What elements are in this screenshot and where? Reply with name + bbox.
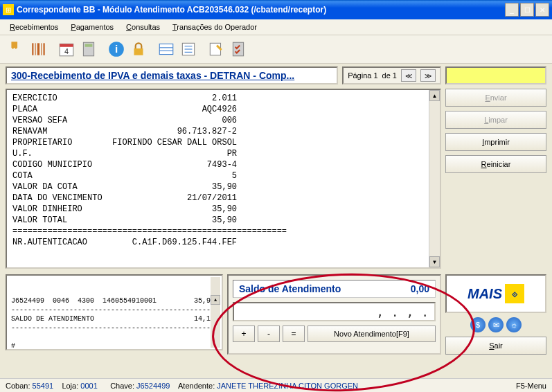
section-title: 300-Recebimento de IPVA e demais taxas -…	[6, 66, 338, 84]
menu-recebimentos[interactable]: Recebimentos	[4, 21, 64, 33]
reiniciar-button[interactable]: Reiniciar	[445, 155, 546, 173]
plus-button[interactable]: +	[233, 326, 255, 342]
svg-rect-21	[233, 42, 243, 56]
limpar-button[interactable]: Limpar	[445, 111, 546, 129]
svg-rect-13	[159, 44, 173, 54]
minus-button[interactable]: -	[258, 326, 280, 342]
brand-mail-icon[interactable]: ✉	[488, 317, 504, 332]
status-f5: F5-Menu	[516, 382, 546, 390]
window-title: Correspondente BB - Módulo Atendimento A…	[17, 5, 505, 15]
menu-transacoes[interactable]: Transações do Operador	[167, 21, 262, 33]
app-icon: ⊞	[3, 4, 14, 15]
menu-consultas[interactable]: Consultas	[121, 21, 166, 33]
page-prev-button[interactable]: ≪	[401, 69, 416, 82]
svg-rect-2	[37, 43, 39, 55]
tool-edit-icon[interactable]	[205, 38, 227, 60]
svg-rect-12	[134, 48, 143, 55]
status-atendente-label: Atendente:	[178, 382, 215, 390]
maximize-button[interactable]: ☐	[520, 3, 534, 17]
svg-rect-1	[35, 43, 36, 55]
tool-calculator-icon[interactable]	[78, 38, 100, 60]
menu-pagamentos[interactable]: Pagamentos	[65, 21, 119, 33]
page-navigation: Página 1 de 1 ≪ ≫	[342, 66, 441, 84]
tool-barcode-icon[interactable]	[28, 38, 50, 60]
novo-atendimento-button[interactable]: Novo Atendimento[F9]	[308, 326, 436, 342]
tool-table-icon[interactable]	[155, 38, 177, 60]
status-atendente: JANETE THEREZINHA CITON GORGEN	[217, 382, 358, 390]
saldo-label: Saldo de Atendimento	[239, 283, 341, 294]
ledger-scrollbar[interactable]: ▲ ▼	[211, 277, 220, 348]
scroll-up-button[interactable]: ▲	[429, 90, 440, 101]
highlight-panel	[445, 66, 546, 84]
brand-text: MAIS	[468, 286, 502, 302]
svg-rect-0	[32, 43, 33, 55]
status-loja-label: Loja:	[62, 382, 78, 390]
page-label: Página 1	[348, 71, 377, 80]
saldo-panel: Saldo de Atendimento 0,00 , . , . + - = …	[227, 274, 441, 355]
imprimir-button[interactable]: Imprimir	[445, 133, 546, 151]
ledger-scroll-up[interactable]: ▲	[211, 295, 220, 305]
tool-list-icon[interactable]	[177, 38, 199, 60]
status-chave-label: Chave:	[110, 382, 134, 390]
status-coban-label: Coban:	[6, 382, 30, 390]
close-button[interactable]: ✕	[535, 3, 549, 17]
status-chave: J6524499	[136, 382, 170, 390]
saldo-value: 0,00	[411, 283, 429, 294]
scroll-down-button[interactable]: ▼	[429, 256, 440, 267]
brand-dollar-icon[interactable]: $	[470, 317, 486, 332]
bb-logo-icon: ⟐	[505, 284, 524, 303]
equals-button[interactable]: =	[283, 326, 305, 342]
tool-wrench-icon[interactable]	[6, 38, 28, 60]
tool-info-icon[interactable]: i	[105, 38, 127, 60]
tool-lock-icon[interactable]	[127, 38, 150, 60]
ledger-display: J6524499 0046 4300 1460554910001 35,90D …	[6, 274, 223, 350]
status-coban: 55491	[33, 382, 54, 390]
svg-rect-4	[44, 43, 45, 55]
receipt-display: EXERCICIO 2.011 PLACA AQC4926 VERSAO SEF…	[6, 89, 441, 269]
status-loja: 0001	[80, 382, 97, 390]
brand-sun-icon[interactable]: ☼	[506, 317, 522, 332]
sair-button[interactable]: Sair	[445, 337, 546, 355]
svg-text:4: 4	[64, 47, 69, 55]
tool-calendar-icon[interactable]: 4	[55, 38, 78, 60]
svg-text:i: i	[115, 43, 118, 55]
page-next-button[interactable]: ≫	[420, 69, 436, 82]
svg-rect-20	[210, 43, 220, 55]
svg-rect-3	[41, 43, 42, 55]
minimize-button[interactable]: _	[505, 3, 519, 17]
svg-rect-9	[85, 44, 93, 46]
tool-checklist-icon[interactable]	[227, 38, 249, 60]
enviar-button[interactable]: Enviar	[445, 89, 546, 107]
saldo-input[interactable]: , . , .	[233, 302, 436, 321]
receipt-scrollbar[interactable]: ▲ ▼	[429, 90, 440, 267]
brand-logo: MAIS ⟐	[445, 274, 546, 313]
page-total: de 1	[382, 71, 397, 80]
